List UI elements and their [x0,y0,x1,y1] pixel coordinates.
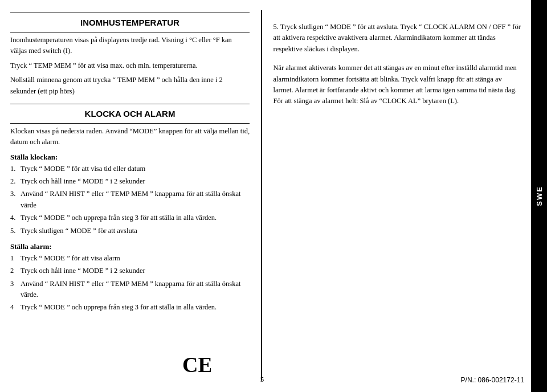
step-text-4: Tryck “ MODE ” och upprepa från steg 3 f… [21,213,250,223]
alarm-num-1: 1 [10,253,18,264]
klocka-bottom-divider [10,123,250,124]
stalla-step-2: 2. Tryck och håll inne “ MODE ” i 2 seku… [10,176,250,187]
klocka-section: KLOCKA OCH ALARM Klockan visas på neders… [10,109,250,313]
alarm-num-4: 4 [10,302,18,313]
page-number: 5 [260,375,264,384]
step-num-3: 3. [10,189,18,211]
side-label: SWE [531,0,547,392]
step-num-5: 5. [10,226,18,236]
right-alarm-para: När alarmet aktiverats kommer det att st… [274,63,521,107]
stalla-klockan-title: Ställa klockan: [10,153,250,162]
ce-icon: CE [182,353,211,375]
step-text-3: Använd “ RAIN HIST ” eller “ TEMP MEM ” … [21,189,250,211]
side-label-text: SWE [535,186,544,206]
part-number: P/N.: 086-002172-11 [461,376,524,384]
inomhus-section: INOMHUSTEMPERATUR Inomhustemperaturen vi… [10,13,250,97]
alarm-step-4: 4 Tryck “ MODE ” och upprepa från steg 3… [10,302,250,313]
alarm-step-1: 1 Tryck “ MODE ” för att visa alarm [10,253,250,264]
inomhus-para2-text: Tryck “ TEMP MEM ” för att visa max. och… [10,62,198,70]
bottom-divider [10,32,250,32]
alarm-num-3: 3 [10,279,18,301]
klocka-top-divider [10,104,250,104]
inomhus-para1: Inomhustemperaturen visas på displayens … [10,35,250,57]
left-column: INOMHUSTEMPERATUR Inomhustemperaturen vi… [10,10,261,386]
top-divider [10,13,250,13]
alarm-list: 1 Tryck “ MODE ” för att visa alarm 2 Tr… [10,253,250,313]
stalla-step-3: 3. Använd “ RAIN HIST ” eller “ TEMP MEM… [10,189,250,211]
stalla-step-1: 1. Tryck “ MODE ” för att visa tid eller… [10,164,250,174]
step-num-2: 2. [10,176,18,187]
klocka-intro: Klockan visas på nedersta raden. Använd … [10,126,250,148]
inomhus-para2: Tryck “ TEMP MEM ” för att visa max. och… [10,60,250,71]
alarm-step-3: 3 Använd “ RAIN HIST ” eller “ TEMP MEM … [10,279,250,301]
step-num-4: 4. [10,213,18,223]
ce-mark: CE [182,353,211,381]
alarm-num-2: 2 [10,266,18,276]
alarm-text-1: Tryck “ MODE ” för att visa alarm [21,253,250,264]
stalla-step-5: 5. Tryck slutligen “ MODE ” för att avsl… [10,226,250,236]
page-container: SWE INOMHUSTEMPERATUR Inomhustemperature… [0,0,547,392]
right-step5: 5. Tryck slutligen “ MODE ” för att avsl… [274,22,521,55]
alarm-text-2: Tryck och håll inne “ MODE ” i 2 sekunde… [21,266,250,276]
svg-text:CE: CE [182,353,211,375]
step-text-5: Tryck slutligen “ MODE ” för att avsluta [21,226,250,236]
alarm-text-4: Tryck “ MODE ” och upprepa från steg 3 f… [21,302,250,313]
step-num-1: 1. [10,164,18,174]
right-column: 5. Tryck slutligen “ MODE ” för att avsl… [262,10,521,386]
klocka-title: KLOCKA OCH ALARM [10,109,250,119]
step-text-1: Tryck “ MODE ” för att visa tid eller da… [21,164,250,174]
step-text-2: Tryck och håll inne “ MODE ” i 2 sekunde… [21,176,250,187]
alarm-text-3: Använd “ RAIN HIST ” eller “ TEMP MEM ” … [21,279,250,301]
stalla-step-4: 4. Tryck “ MODE ” och upprepa från steg … [10,213,250,223]
inomhus-title: INOMHUSTEMPERATUR [10,18,250,27]
inomhus-para3: Nollställ minnena genom att trycka “ TEM… [10,75,250,97]
stalla-klockan-list: 1. Tryck “ MODE ” för att visa tid eller… [10,164,250,236]
stalla-alarm-title: Ställa alarm: [10,242,250,251]
alarm-step-2: 2 Tryck och håll inne “ MODE ” i 2 sekun… [10,266,250,276]
main-content: INOMHUSTEMPERATUR Inomhustemperaturen vi… [0,0,531,392]
